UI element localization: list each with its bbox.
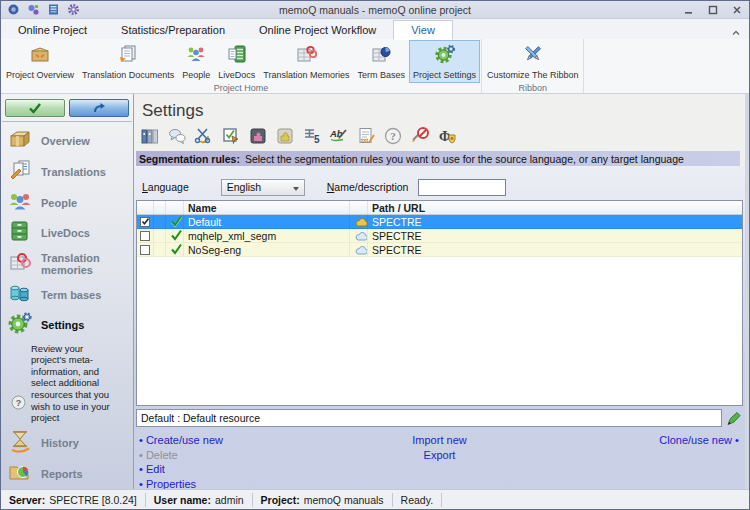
translation-documents-button[interactable]: Translation Documents [78, 40, 178, 83]
tab-online-project-workflow[interactable]: Online Project Workflow [242, 21, 393, 39]
sidebar-item-overview[interactable]: Overview [1, 126, 133, 157]
resource-category-toolstrip: 5 Ab txt ? Φ [134, 123, 745, 149]
project-overview-icon [29, 43, 51, 69]
resources-table: Name Path / URL Default SPECTRE [136, 200, 743, 406]
table-header: Name Path / URL [137, 201, 742, 215]
sidebar-item-translation-memories[interactable]: Translation memories [1, 249, 133, 280]
header-checkbox-column [137, 201, 154, 214]
confirm-check-button[interactable] [5, 99, 65, 117]
resource-name: Default [184, 215, 350, 228]
ribbon: Project Overview Translation Documents P… [1, 39, 749, 94]
navigate-arrow-button[interactable] [69, 99, 129, 117]
options-gear-icon[interactable] [67, 3, 80, 16]
banner-text: Select the segmentation rules you want t… [245, 153, 684, 165]
collapse-ribbon-chevron-icon[interactable] [731, 23, 741, 41]
status-user: User name:admin [146, 493, 253, 507]
cloud-blue-icon [354, 244, 367, 256]
create-use-new-link[interactable]: Create/use new [139, 433, 338, 448]
settings-description: ? Review your project's meta-information… [1, 341, 133, 428]
header-spacer-column [154, 201, 166, 214]
row-checkbox[interactable] [140, 231, 150, 241]
header-status-column [166, 201, 184, 214]
term-bases-icon [370, 43, 392, 69]
number-five-icon[interactable]: 5 [301, 125, 323, 147]
edit-pencil-icon[interactable] [725, 410, 743, 426]
tab-statistics-preparation[interactable]: Statistics/Preparation [104, 21, 242, 39]
document-pen-icon[interactable]: txt [355, 125, 377, 147]
check-icon [28, 102, 42, 114]
filter-row: Language English Name/description [136, 178, 743, 196]
checkbox-arrow-icon[interactable] [220, 125, 242, 147]
row-checkbox[interactable] [140, 217, 150, 227]
ribbon-tabbar: Online Project Statistics/Preparation On… [1, 19, 749, 39]
phi-shield-icon[interactable]: Φ [436, 125, 458, 147]
edit-link[interactable]: Edit [139, 462, 338, 477]
livedocs-button[interactable]: LiveDocs [214, 40, 259, 83]
project-overview-button[interactable]: Project Overview [2, 40, 78, 83]
binders-icon[interactable] [139, 125, 161, 147]
app-window: memoQ manuals - memoQ online project Onl… [0, 0, 750, 510]
sidebar-item-reports[interactable]: Reports [1, 458, 133, 489]
tab-online-project[interactable]: Online Project [1, 21, 104, 39]
resource-path: SPECTRE [368, 229, 742, 242]
customize-ribbon-icon [522, 43, 544, 69]
question-mark-icon[interactable]: ? [382, 125, 404, 147]
no-entry-pen-icon[interactable] [409, 125, 431, 147]
sidebar-item-translations[interactable]: Translations [1, 157, 133, 188]
header-path-column[interactable]: Path / URL [368, 201, 742, 214]
translation-memories-rings-icon [7, 249, 33, 279]
row-checkbox[interactable] [140, 245, 150, 255]
project-settings-button[interactable]: Project Settings [409, 40, 480, 83]
valid-check-icon [170, 215, 183, 228]
settings-gear-icon [7, 310, 33, 340]
ribbon-button-label: Customize The Ribbon [487, 70, 578, 80]
ribbon-group-project-home: Project Overview Translation Documents P… [1, 39, 482, 93]
term-bases-button[interactable]: Term Bases [354, 40, 410, 83]
language-select[interactable]: English [221, 179, 305, 196]
sidebar-item-history[interactable]: History [1, 428, 133, 459]
sidebar-item-term-bases[interactable]: Term bases [1, 279, 133, 310]
language-select-value: English [227, 181, 261, 193]
header-name-column[interactable]: Name [184, 201, 350, 214]
maximize-icon[interactable] [701, 1, 725, 18]
puzzle-dark-icon[interactable] [247, 125, 269, 147]
sync-gears-icon[interactable] [27, 3, 40, 16]
tab-view[interactable]: View [393, 20, 453, 40]
resource-description-field[interactable]: Default : Default resource [136, 409, 722, 427]
resource-path: SPECTRE [368, 243, 742, 256]
sidebar-item-people[interactable]: People [1, 187, 133, 218]
people-button[interactable]: People [178, 40, 214, 83]
scissors-icon[interactable] [193, 125, 215, 147]
header-location-column [350, 201, 368, 214]
abc-pen-icon[interactable]: Ab [328, 125, 350, 147]
svg-text:Ab: Ab [329, 128, 343, 139]
ribbon-group-ribbon: Customize The Ribbon Ribbon [482, 39, 584, 93]
project-book-icon[interactable] [47, 3, 60, 16]
close-icon[interactable] [725, 1, 749, 18]
ribbon-group-label: Ribbon [483, 83, 582, 94]
window-title: memoQ manuals - memoQ online project [1, 4, 749, 16]
svg-text:txt: txt [361, 137, 368, 143]
translation-memories-button[interactable]: Translation Memories [259, 40, 353, 83]
export-link[interactable]: Export [424, 448, 456, 463]
table-row[interactable]: mqhelp_xml_segm SPECTRE [137, 229, 742, 243]
translations-doc-icon [7, 157, 33, 187]
clone-use-new-link[interactable]: Clone/use new [659, 433, 739, 448]
history-hourglass-icon [7, 428, 33, 458]
import-new-link[interactable]: Import new [412, 433, 466, 448]
quick-access-toolbar [7, 3, 80, 16]
project-home-sidebar: Overview Translations People LiveDocs [1, 94, 134, 489]
name-description-input[interactable] [418, 179, 506, 196]
chat-bubbles-icon[interactable] [166, 125, 188, 147]
sidebar-item-settings[interactable]: Settings [1, 310, 133, 341]
titlebar: memoQ manuals - memoQ online project [1, 1, 749, 19]
table-row[interactable]: Default SPECTRE [137, 215, 742, 229]
banner-label: Segmentation rules: [139, 153, 240, 165]
customize-ribbon-button[interactable]: Customize The Ribbon [483, 40, 582, 83]
memoq-logo-icon[interactable] [7, 3, 20, 16]
minimize-icon[interactable] [677, 1, 701, 18]
table-row[interactable]: NoSeg-eng SPECTRE [137, 243, 742, 257]
sidebar-item-livedocs[interactable]: LiveDocs [1, 218, 133, 249]
language-label: Language [142, 181, 189, 193]
puzzle-light-icon[interactable] [274, 125, 296, 147]
